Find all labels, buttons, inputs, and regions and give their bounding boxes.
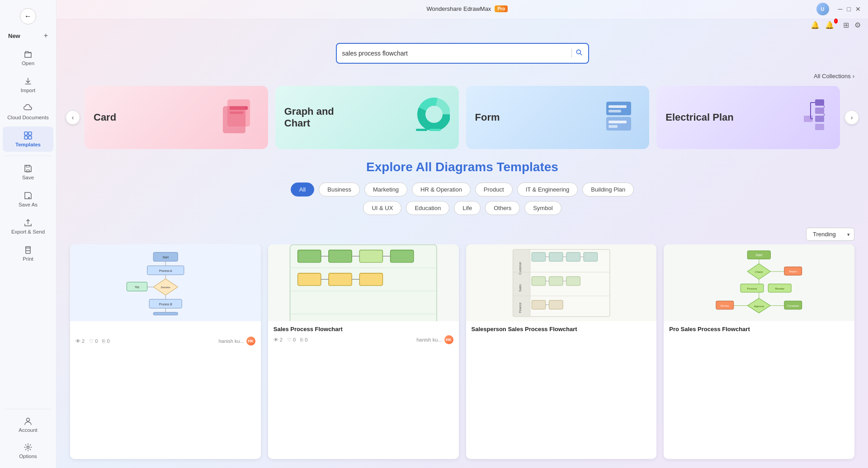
main-content: Wondershare EdrawMax Pro U ─ □ ✕ 🔔 🔔! ⊞ …	[57, 0, 868, 468]
category-card-form[interactable]: Form	[466, 86, 650, 149]
search-box: sales process flowchart	[336, 43, 589, 64]
svg-rect-13	[223, 106, 245, 133]
settings-icon[interactable]: ⚙	[854, 21, 861, 29]
back-button[interactable]: ←	[20, 8, 36, 24]
filter-education[interactable]: Education	[406, 201, 449, 215]
search-button[interactable]	[576, 49, 583, 58]
save-as-label: Save As	[19, 202, 38, 207]
template-grid: Start Process A Decision Yes Proces	[57, 244, 868, 468]
all-collections-link[interactable]: All Collections ›	[814, 73, 854, 80]
sidebar-item-account[interactable]: Account	[3, 412, 53, 437]
cloud-documents-label: Cloud Documents	[7, 115, 48, 120]
next-arrow-icon: ›	[851, 114, 853, 121]
graph-chart-icon	[409, 95, 450, 140]
sidebar: ← New + Open Import Cloud Documents Te	[0, 0, 57, 468]
explore-title-plain: Explore	[366, 160, 415, 174]
template-thumb-1: Start Process A Decision Yes Proces	[70, 244, 261, 321]
sidebar-item-save[interactable]: Save	[3, 159, 53, 185]
layout-icon[interactable]: ⊞	[843, 21, 849, 29]
svg-rect-61	[359, 273, 382, 285]
template-card-1[interactable]: Start Process A Decision Yes Proces	[70, 244, 261, 459]
filter-hr-operation[interactable]: HR & Operation	[412, 183, 471, 197]
views-stat-2: 👁 2	[274, 337, 283, 342]
template-name-1	[75, 326, 255, 334]
user-chip-1: hanish ku... HK	[218, 337, 255, 346]
minimize-button[interactable]: ─	[838, 5, 843, 13]
sort-select[interactable]: Trending Newest Most Used	[806, 228, 854, 241]
form-icon	[599, 95, 640, 140]
svg-text:Revise: Revise	[721, 304, 729, 307]
back-icon: ←	[24, 12, 32, 20]
filter-it-engineering[interactable]: IT & Engineering	[517, 183, 578, 197]
pro-badge: Pro	[495, 5, 508, 12]
search-divider	[571, 49, 572, 58]
sidebar-item-import[interactable]: Import	[3, 72, 53, 98]
svg-rect-19	[606, 102, 631, 115]
filter-others[interactable]: Others	[485, 201, 520, 215]
category-card-graph-chart[interactable]: Graph and Chart	[275, 86, 459, 149]
filter-marketing[interactable]: Marketing	[364, 183, 407, 197]
plus-icon: +	[44, 32, 48, 40]
svg-rect-6	[26, 251, 30, 253]
user-name-1: hanish ku...	[218, 338, 244, 344]
filter-life[interactable]: Life	[454, 201, 481, 215]
sidebar-item-open[interactable]: Open	[3, 45, 53, 70]
svg-rect-75	[549, 252, 563, 261]
views-stat-1: 👁 2	[75, 338, 85, 344]
search-input[interactable]: sales process flowchart	[342, 50, 568, 57]
sidebar-item-templates[interactable]: Templates	[3, 126, 53, 152]
sidebar-item-cloud-documents[interactable]: Cloud Documents	[3, 99, 53, 125]
sidebar-item-new[interactable]: New +	[3, 28, 53, 43]
export-icon	[24, 218, 33, 227]
svg-rect-17	[416, 129, 427, 131]
sidebar-item-options[interactable]: Options	[3, 438, 53, 463]
sidebar-item-export-send[interactable]: Export & Send	[3, 214, 53, 239]
template-name-3: Salesperson Sales Process Flowchart	[472, 326, 651, 332]
category-card-card[interactable]: Card	[85, 86, 268, 149]
category-card-electrical-plan[interactable]: Electrical Plan	[656, 86, 840, 149]
sidebar-item-print[interactable]: Print	[3, 241, 53, 266]
update-icon[interactable]: 🔔	[811, 21, 820, 29]
window-controls: ─ □ ✕	[838, 5, 861, 13]
user-name-2: hanish ku...	[416, 337, 442, 342]
template-card-4[interactable]: Start Check Reject Process Review	[664, 244, 854, 459]
svg-rect-29	[815, 124, 824, 130]
filter-business[interactable]: Business	[319, 183, 360, 197]
explore-section: Explore All Diagrams Templates All Busin…	[57, 151, 868, 224]
filter-all[interactable]: All	[291, 183, 314, 197]
sidebar-divider	[5, 155, 52, 156]
svg-text:Approve: Approve	[754, 304, 764, 307]
graph-chart-label: Graph and Chart	[284, 106, 359, 130]
print-label: Print	[23, 256, 33, 262]
filter-symbol[interactable]: Symbol	[524, 201, 561, 215]
close-button[interactable]: ✕	[855, 5, 861, 13]
maximize-button[interactable]: □	[847, 5, 851, 13]
account-icon	[24, 417, 33, 426]
template-info-3: Salesperson Sales Process Flowchart	[466, 321, 657, 340]
collections-row: All Collections ›	[57, 73, 868, 84]
sidebar-item-save-as[interactable]: Save As	[3, 187, 53, 212]
user-avatar[interactable]: U	[816, 3, 829, 15]
cloud-icon	[24, 104, 33, 113]
flowchart-svg-1: Start Process A Decision Yes Proces	[85, 250, 246, 316]
template-name-4: Pro Sales Process Flowchart	[669, 326, 849, 332]
template-meta-2: 👁 2 ♡ 0 ⎘ 0 hanish ku... HK	[274, 335, 453, 344]
filter-product[interactable]: Product	[475, 183, 513, 197]
templates-label: Templates	[15, 142, 41, 147]
svg-text:Yes: Yes	[134, 285, 139, 289]
svg-point-8	[27, 446, 29, 449]
svg-rect-77	[584, 252, 598, 261]
template-card-2[interactable]: ONLINE SALES PROCESS	[268, 244, 459, 459]
electrical-plan-icon	[790, 95, 831, 140]
templates-icon	[24, 131, 33, 140]
import-label: Import	[21, 88, 36, 93]
filter-building-plan[interactable]: Building Plan	[582, 183, 634, 197]
svg-rect-76	[566, 252, 580, 261]
template-card-3[interactable]: Customer Sales Finance	[466, 244, 657, 459]
sidebar-bottom: Account Options	[0, 406, 56, 464]
flowchart-svg-4: Start Check Reject Process Review	[673, 248, 845, 318]
carousel-prev-button[interactable]: ‹	[66, 110, 80, 125]
filter-ui-ux[interactable]: UI & UX	[363, 201, 401, 215]
notification-icon[interactable]: 🔔!	[825, 21, 838, 29]
carousel-next-button[interactable]: ›	[844, 110, 859, 125]
